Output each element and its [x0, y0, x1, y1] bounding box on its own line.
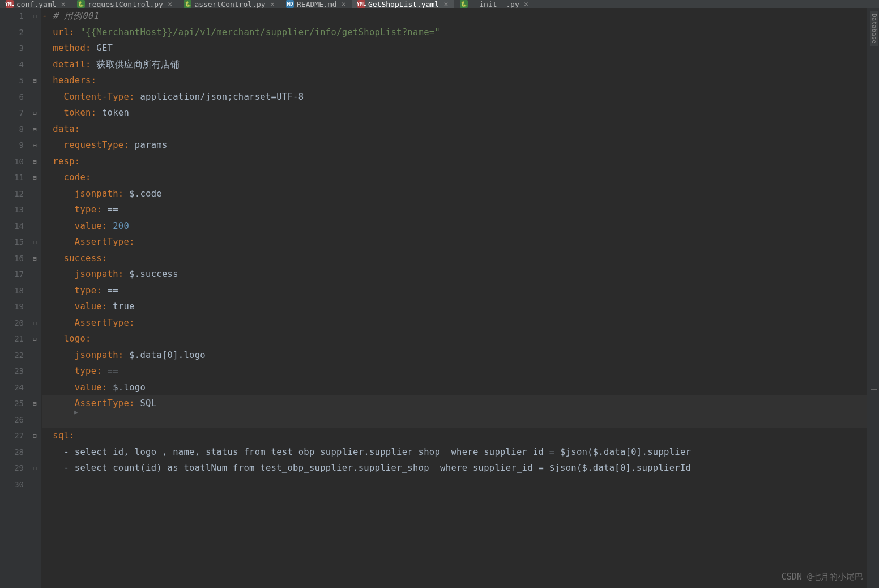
inspection-strip[interactable]: ✔	[867, 8, 879, 588]
fold-icon[interactable]: ⊟	[32, 433, 38, 439]
line-number[interactable]: 16	[6, 250, 24, 267]
line-number[interactable]: 4	[6, 57, 24, 73]
fold-icon[interactable]: ⊟	[32, 336, 38, 342]
line-number[interactable]: 29	[6, 460, 24, 476]
tab-assertcontrol[interactable]: 🐍assertControl.py×	[178, 0, 280, 8]
line-number[interactable]: 25	[6, 395, 24, 412]
editor-tabs: YMLconf.yaml× 🐍requestControl.py× 🐍asser…	[0, 0, 879, 8]
fold-icon[interactable]: ⊟	[32, 110, 38, 116]
line-number[interactable]: 30	[6, 476, 24, 493]
line-number[interactable]: 11	[6, 169, 24, 186]
watermark-text: CSDN @七月的小尾巴	[782, 572, 863, 582]
line-number[interactable]: 26	[6, 412, 24, 428]
yaml-icon: YML	[6, 0, 14, 8]
fold-icon[interactable]: ⊟	[32, 174, 38, 181]
close-icon[interactable]: ×	[443, 0, 448, 8]
database-tool-tab[interactable]: Database	[870, 11, 878, 46]
line-number[interactable]: 24	[6, 380, 24, 396]
line-number[interactable]: 8	[6, 121, 24, 138]
line-number[interactable]: 14	[6, 218, 24, 235]
fold-icon[interactable]: ⊟	[32, 255, 38, 262]
close-icon[interactable]: ×	[524, 0, 528, 8]
fold-column: ⊟ ⊟ ⊟ ⊟ ⊟ ⊟ ⊟ ⊟ ⊟ ⊟ ⊟ ⊟ ⊟ ⊟	[29, 8, 41, 588]
line-number[interactable]: 27	[6, 428, 24, 444]
fold-icon[interactable]: ⊟	[32, 126, 38, 133]
close-icon[interactable]: ×	[342, 0, 346, 8]
line-number[interactable]: 12	[6, 186, 24, 202]
python-icon: 🐍	[77, 0, 85, 8]
line-number[interactable]: 23	[6, 363, 24, 380]
close-icon[interactable]: ×	[61, 0, 65, 8]
breakpoint-tri-icon: ▶	[74, 408, 78, 416]
line-number[interactable]: 21	[6, 331, 24, 347]
fold-icon[interactable]: ⊟	[32, 320, 38, 326]
line-number[interactable]: 5	[6, 73, 24, 89]
python-icon: 🐍	[184, 0, 191, 8]
line-number[interactable]: 19	[6, 299, 24, 315]
line-number[interactable]: 15	[6, 234, 24, 250]
line-number[interactable]: 1	[6, 8, 24, 24]
left-gutter-strip	[0, 8, 6, 588]
marker-icon[interactable]	[871, 389, 877, 390]
line-number[interactable]: 28	[6, 444, 24, 461]
line-number[interactable]: 22	[6, 347, 24, 364]
tab-readme[interactable]: MDREADME.md×	[280, 0, 352, 8]
line-number[interactable]: 10	[6, 154, 24, 170]
code-editor[interactable]: - # 用例001 url: "{{MerchantHost}}/api/v1/…	[41, 8, 867, 588]
fold-icon[interactable]: ⊟	[32, 239, 38, 245]
yaml-icon: YML	[357, 0, 365, 8]
close-icon[interactable]: ×	[270, 0, 275, 8]
line-number[interactable]: 17	[6, 266, 24, 283]
tab-conf[interactable]: YMLconf.yaml×	[0, 0, 71, 8]
markdown-icon: MD	[286, 0, 294, 8]
fold-icon[interactable]: ⊟	[32, 400, 38, 407]
close-icon[interactable]: ×	[168, 0, 172, 8]
tab-init[interactable]: 🐍__init__.py×	[454, 0, 535, 8]
tab-getshoplist[interactable]: YMLGetShopList.yaml×	[352, 0, 454, 8]
line-number[interactable]: 6	[6, 89, 24, 105]
line-number[interactable]: 20	[6, 315, 24, 331]
fold-icon[interactable]: ⊟	[32, 142, 38, 148]
line-number[interactable]: 18	[6, 283, 24, 299]
tab-requestcontrol[interactable]: 🐍requestControl.py×	[71, 0, 178, 8]
fold-icon[interactable]: ⊟	[32, 159, 38, 165]
line-number[interactable]: 9	[6, 137, 24, 154]
fold-icon[interactable]: ⊟	[32, 465, 38, 471]
fold-icon[interactable]: ⊟	[32, 13, 38, 19]
line-number[interactable]: 2	[6, 24, 24, 41]
line-numbers: 1 2 3 4 5 6 7 8 9 10 11 12 13 14 15 16 1…	[6, 8, 29, 588]
line-number[interactable]: 7	[6, 105, 24, 121]
line-number[interactable]: 3	[6, 40, 24, 57]
python-icon: 🐍	[460, 0, 468, 8]
fold-icon[interactable]: ⊟	[32, 78, 38, 84]
line-number[interactable]: 13	[6, 202, 24, 218]
editor-area: 1 2 3 4 5 6 7 8 9 10 11 12 13 14 15 16 1…	[0, 8, 879, 588]
